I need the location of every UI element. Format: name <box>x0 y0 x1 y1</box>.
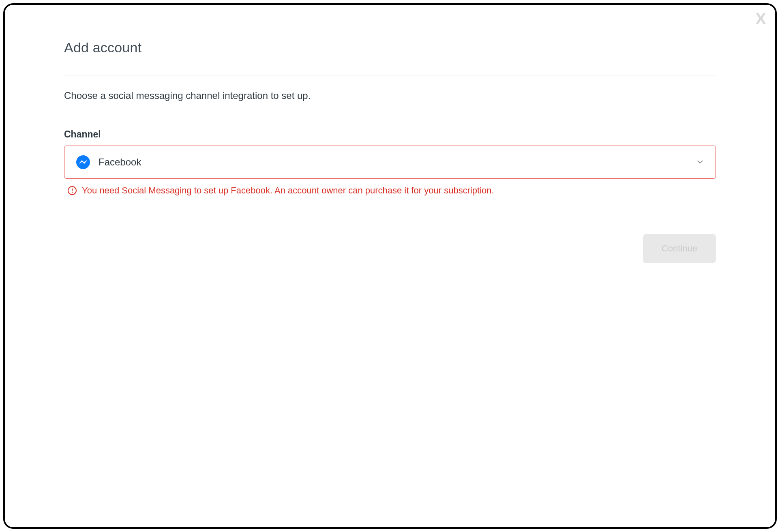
channel-error: You need Social Messaging to set up Face… <box>64 185 716 196</box>
divider <box>64 75 716 75</box>
modal-title: Add account <box>64 40 716 56</box>
channel-error-text: You need Social Messaging to set up Face… <box>82 185 494 196</box>
channel-select[interactable]: Facebook <box>64 146 716 179</box>
channel-selected-option: Facebook <box>99 157 696 168</box>
close-icon[interactable]: X <box>755 11 766 27</box>
modal-content: Add account Choose a social messaging ch… <box>64 40 716 263</box>
svg-point-3 <box>72 192 73 193</box>
channel-label: Channel <box>64 129 716 140</box>
channel-field: Channel Facebook <box>64 129 716 196</box>
alert-circle-icon <box>67 186 77 195</box>
modal-actions: Continue <box>64 234 716 263</box>
facebook-messenger-icon <box>76 155 90 169</box>
continue-button[interactable]: Continue <box>643 234 716 263</box>
add-account-modal: X Add account Choose a social messaging … <box>3 3 777 529</box>
chevron-down-icon <box>696 158 705 167</box>
modal-description: Choose a social messaging channel integr… <box>64 90 716 101</box>
